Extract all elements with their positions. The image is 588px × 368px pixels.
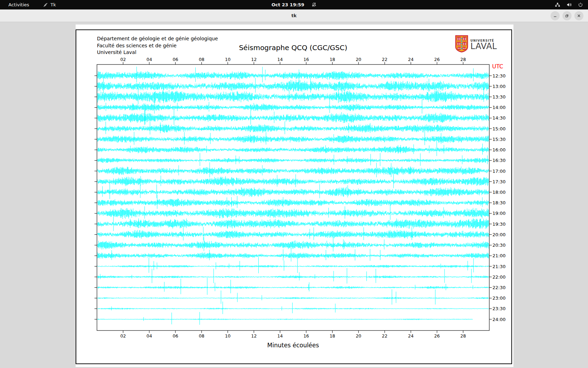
close-icon: [577, 14, 581, 18]
seismogram-trace-row: [98, 214, 489, 231]
network-icon: [555, 2, 560, 7]
utc-time-label: 13:00: [492, 84, 505, 89]
clock-menu[interactable]: Oct 23 19:59: [272, 2, 317, 7]
x-axis-bottom-label: 12: [251, 333, 257, 339]
window-titlebar[interactable]: tk: [0, 9, 588, 22]
utc-time-label: 14:30: [492, 115, 505, 121]
utc-time-label: 22:00: [492, 274, 505, 280]
x-axis-top-label: 06: [173, 57, 178, 62]
x-axis-bottom-label: 22: [382, 333, 387, 339]
utc-time-label: 22:30: [492, 285, 505, 290]
x-axis-top-label: 14: [277, 57, 283, 62]
seismograph-sheet: Département de géologie et de génie géol…: [76, 29, 512, 364]
utc-time-label: 17:30: [492, 179, 505, 184]
x-axis-top-label: 02: [120, 57, 126, 62]
utc-time-label: 16:00: [492, 147, 505, 152]
volume-icon: [566, 2, 572, 7]
close-button[interactable]: [574, 11, 583, 20]
seismogram-trace-row: [98, 312, 472, 325]
seismograph-canvas[interactable]: Département de géologie et de génie géol…: [76, 25, 513, 367]
x-axis-top-label: 04: [147, 57, 152, 62]
x-axis-bottom-label: 26: [434, 333, 440, 339]
utc-axis-label: UTC: [492, 63, 503, 70]
app-indicator-label: Tk: [50, 2, 56, 7]
power-icon: [578, 2, 583, 7]
utc-time-label: 18:30: [492, 200, 505, 205]
seismogram-trace-row: [98, 268, 489, 284]
x-axis-top-label: 24: [408, 57, 414, 62]
x-axis-bottom-label: 14: [277, 333, 283, 339]
utc-time-label: 19:30: [492, 222, 505, 227]
utc-time-label: 20:30: [492, 243, 505, 248]
x-axis-bottom-label: 08: [199, 333, 204, 339]
seismogram-trace-row: [98, 99, 489, 114]
seismogram-trace-row: [98, 67, 489, 82]
seismogram-trace-row: [98, 237, 489, 251]
helicorder-plot: 0202040406060808101012121414161618182020…: [76, 30, 511, 363]
restore-icon: [565, 14, 569, 18]
utc-time-label: 15:30: [492, 137, 505, 142]
desktop: Activities Tk Oct 23 19:59: [0, 0, 588, 368]
gnome-top-bar: Activities Tk Oct 23 19:59: [0, 0, 588, 9]
utc-time-label: 23:00: [492, 295, 505, 301]
x-axis-top-label: 26: [434, 57, 440, 62]
x-axis-bottom-label: 28: [460, 333, 466, 339]
utc-time-label: 23:30: [492, 306, 505, 311]
utc-time-label: 20:00: [492, 232, 505, 237]
x-axis-bottom-label: 06: [173, 333, 178, 339]
x-axis-bottom-label: 24: [408, 333, 414, 339]
seismogram-trace-row: [98, 131, 489, 145]
x-axis-bottom-label: 18: [330, 333, 335, 339]
x-axis-top-label: 18: [330, 57, 335, 62]
utc-time-label: 18:00: [492, 190, 505, 195]
seismogram-trace-row: [98, 153, 489, 166]
utc-time-label: 13:30: [492, 94, 505, 100]
seismogram-trace-row: [98, 173, 489, 188]
minimize-icon: [553, 14, 557, 18]
utc-time-label: 14:00: [492, 105, 505, 110]
utc-time-label: 12:30: [492, 73, 505, 79]
x-axis-top-label: 16: [303, 57, 309, 62]
x-axis-top-label: 28: [460, 57, 466, 62]
seismogram-trace-row: [98, 205, 489, 220]
seismogram-trace-row: [98, 301, 489, 314]
x-axis-title: Minutes écoulées: [267, 342, 319, 349]
plot-frame: [97, 64, 489, 330]
minimize-button[interactable]: [551, 11, 560, 20]
bell-slash-icon: [311, 2, 316, 7]
seismogram-trace-row: [98, 227, 489, 240]
system-status-area[interactable]: [555, 0, 583, 9]
seismogram-trace-row: [98, 248, 489, 262]
seismogram-trace-row: [98, 109, 489, 125]
utc-time-label: 24:00: [492, 317, 505, 322]
seismogram-trace-row: [98, 195, 489, 209]
utc-time-label: 21:30: [492, 264, 505, 269]
activities-button[interactable]: Activities: [6, 1, 31, 8]
x-axis-top-label: 20: [356, 57, 361, 62]
window-title: tk: [292, 13, 297, 18]
x-axis-top-label: 22: [382, 57, 387, 62]
x-axis-top-label: 12: [251, 57, 257, 62]
utc-time-label: 19:00: [492, 211, 505, 216]
x-axis-top-label: 08: [199, 57, 204, 62]
seismogram-trace-row: [98, 183, 489, 199]
seismogram-trace-row: [98, 278, 489, 295]
seismogram-trace-row: [98, 142, 489, 156]
x-axis-bottom-label: 10: [225, 333, 231, 339]
x-axis-top-label: 10: [225, 57, 231, 62]
clock-label: Oct 23 19:59: [272, 2, 304, 7]
seismogram-trace-row: [98, 162, 489, 177]
seismogram-trace-row: [98, 289, 489, 305]
x-axis-bottom-label: 16: [303, 333, 309, 339]
seismogram-trace-row: [98, 77, 489, 93]
utc-time-label: 15:00: [492, 126, 505, 131]
x-axis-bottom-label: 02: [120, 333, 126, 339]
utc-time-label: 17:00: [492, 169, 505, 174]
x-axis-bottom-label: 20: [356, 333, 361, 339]
utc-time-label: 21:00: [492, 253, 505, 258]
x-axis-bottom-label: 04: [147, 333, 152, 339]
app-indicator[interactable]: Tk: [43, 2, 56, 7]
tk-feather-icon: [43, 2, 48, 7]
maximize-button[interactable]: [562, 11, 572, 20]
utc-time-label: 16:30: [492, 158, 505, 163]
